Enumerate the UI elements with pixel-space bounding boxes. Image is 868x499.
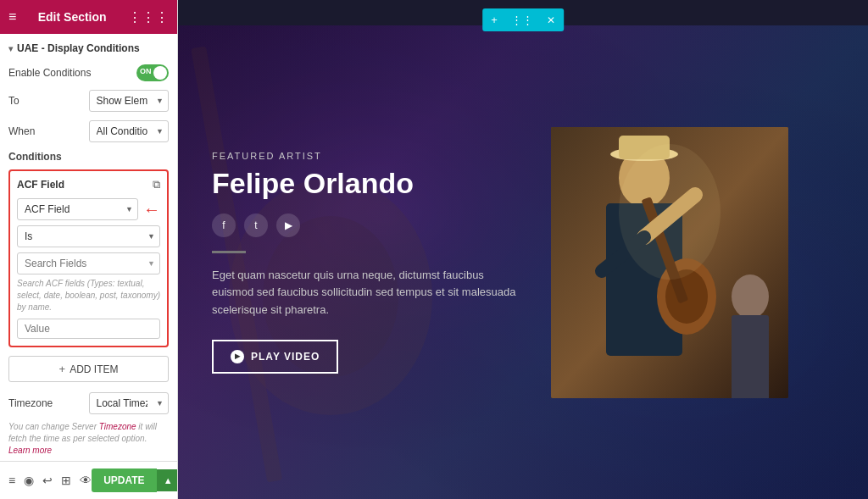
play-btn-label: PLAY VIDEO (251, 351, 320, 363)
acf-field-select-wrapper: ACF Field Post Field User Field (17, 198, 138, 220)
hamburger-icon[interactable]: ≡ (8, 474, 15, 487)
condition-box-title: ACF Field (17, 179, 64, 191)
search-fields-wrapper (17, 252, 160, 274)
when-select[interactable]: All Conditions Met Any Condition Met (89, 120, 170, 142)
update-btn-group: UPDATE ▲ (92, 469, 178, 492)
play-icon: ▶ (231, 350, 244, 363)
toggle-on-text: ON (140, 67, 152, 75)
acf-field-select[interactable]: ACF Field Post Field User Field (17, 198, 138, 220)
timezone-label: Timezone (8, 397, 89, 409)
youtube-icon[interactable]: ▶ (276, 213, 300, 237)
learn-more-link[interactable]: Learn more (8, 446, 52, 455)
twitter-icon[interactable]: t (244, 213, 268, 237)
timezone-link[interactable]: Timezone (99, 422, 136, 431)
hero-artist-image (551, 127, 788, 398)
hero-section: FEATURED ARTIST Felipe Orlando f t ▶ Ege… (178, 25, 868, 499)
search-hint-text: Search ACF fields (Types: textual, selec… (17, 278, 160, 313)
panel-title: Edit Section (16, 10, 128, 24)
search-fields-input[interactable] (17, 252, 160, 274)
canvas-close-btn[interactable]: ✕ (540, 11, 562, 30)
history-icon[interactable]: ↩ (42, 474, 53, 487)
to-select-wrapper: Show Element Hide Element (89, 90, 170, 112)
timezone-select[interactable]: Local Timezone Server Timezone UTC (89, 392, 170, 414)
layers-icon[interactable]: ◉ (24, 474, 34, 487)
enable-conditions-toggle[interactable]: ON (136, 64, 169, 81)
timezone-note: You can change Server Timezone it will f… (8, 421, 169, 457)
grid-footer-icon[interactable]: ⊞ (61, 474, 71, 487)
footer-icons: ≡ ◉ ↩ ⊞ 👁 (8, 474, 92, 487)
enable-conditions-label: Enable Conditions (8, 67, 136, 79)
timezone-select-wrapper: Local Timezone Server Timezone UTC (89, 392, 170, 414)
when-row: When All Conditions Met Any Condition Me… (8, 120, 169, 142)
hero-content: FEATURED ARTIST Felipe Orlando f t ▶ Ege… (212, 151, 517, 374)
section-header: ▾ UAE - Display Conditions (8, 42, 169, 54)
facebook-icon[interactable]: f (212, 213, 236, 237)
canvas-add-btn[interactable]: + (484, 10, 504, 30)
svg-point-18 (619, 144, 721, 280)
panel-header: ≡ Edit Section ⋮⋮⋮ (0, 0, 177, 34)
artist-svg (551, 127, 788, 398)
to-label: To (8, 95, 89, 107)
to-select[interactable]: Show Element Hide Element (89, 90, 170, 112)
copy-icon[interactable]: ⧉ (153, 178, 160, 191)
condition-box-header: ACF Field ⧉ (17, 178, 160, 191)
operator-select-wrapper: Is Is Not Contains (17, 225, 160, 247)
acf-field-row: ACF Field Post Field User Field ← (17, 198, 160, 220)
svg-point-13 (732, 274, 769, 319)
add-item-label: ADD ITEM (70, 363, 118, 375)
hero-featured-label: FEATURED ARTIST (212, 151, 517, 161)
operator-row: Is Is Not Contains (17, 225, 160, 247)
canvas-toolbar: + ⋮⋮ ✕ (482, 8, 564, 31)
to-row: To Show Element Hide Element (8, 90, 169, 112)
update-button[interactable]: UPDATE (92, 469, 156, 492)
play-video-button[interactable]: ▶ PLAY VIDEO (212, 340, 338, 374)
menu-icon[interactable]: ≡ (8, 9, 16, 25)
condition-box: ACF Field ⧉ ACF Field Post Field User Fi… (8, 169, 169, 347)
add-item-button[interactable]: + ADD ITEM (8, 356, 169, 382)
eye-icon[interactable]: 👁 (80, 474, 92, 487)
section-arrow[interactable]: ▾ (8, 44, 13, 53)
when-select-wrapper: All Conditions Met Any Condition Met (89, 120, 170, 142)
right-panel: + ⋮⋮ ✕ FEATUR (178, 0, 868, 499)
update-dropdown-button[interactable]: ▲ (157, 469, 178, 491)
grid-icon[interactable]: ⋮⋮⋮ (128, 9, 169, 25)
panel-footer: ≡ ◉ ↩ ⊞ 👁 UPDATE ▲ (0, 461, 177, 499)
conditions-label: Conditions (8, 151, 169, 163)
hero-divider (212, 251, 246, 253)
red-arrow-icon: ← (143, 200, 160, 219)
enable-conditions-row: Enable Conditions ON (8, 64, 169, 81)
when-label: When (8, 125, 89, 137)
svg-rect-14 (732, 315, 769, 398)
panel-content: ▾ UAE - Display Conditions Enable Condit… (0, 34, 177, 461)
hero-social-links: f t ▶ (212, 213, 517, 237)
hero-artist-name: Felipe Orlando (212, 168, 517, 199)
canvas-move-btn[interactable]: ⋮⋮ (504, 10, 540, 30)
value-input[interactable] (17, 319, 160, 339)
left-panel: ≡ Edit Section ⋮⋮⋮ ▾ UAE - Display Condi… (0, 0, 178, 499)
operator-select[interactable]: Is Is Not Contains (17, 225, 160, 247)
plus-icon: + (59, 363, 66, 375)
section-title-text: UAE - Display Conditions (17, 42, 140, 54)
timezone-row: Timezone Local Timezone Server Timezone … (8, 392, 169, 414)
hero-description: Eget quam nascetur quis urna neque, dict… (212, 267, 517, 319)
